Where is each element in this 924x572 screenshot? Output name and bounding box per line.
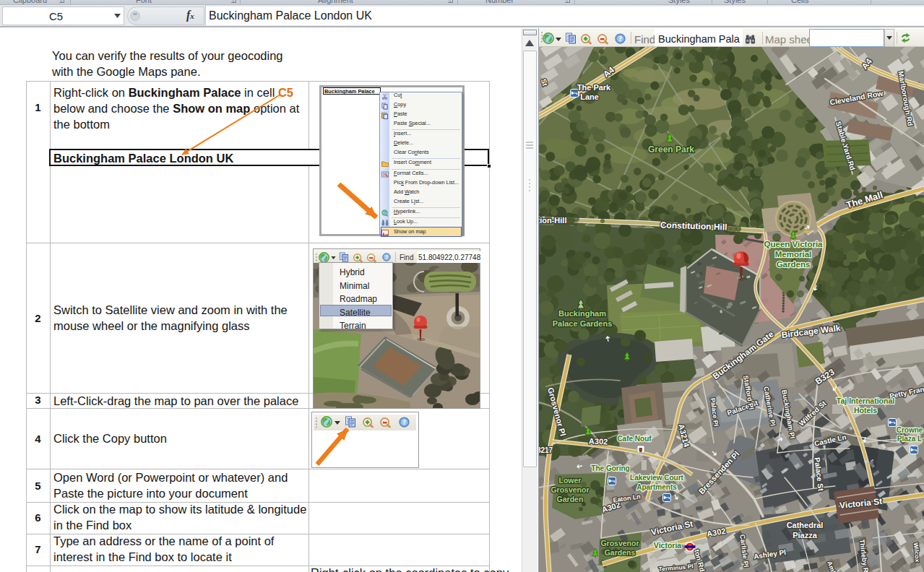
svg-text:Taj International: Taj International (837, 396, 894, 405)
svg-text:Hotels: Hotels (854, 406, 877, 415)
svg-text:Grosvenor: Grosvenor (550, 485, 589, 494)
svg-text:The Goring: The Goring (591, 464, 629, 472)
svg-text:Green Park: Green Park (648, 144, 694, 155)
svg-text:?: ? (385, 254, 388, 261)
svg-text:Cathedral: Cathedral (787, 521, 824, 529)
svg-text:Crowne: Crowne (897, 426, 923, 434)
svg-text:Palace Gardens: Palace Gardens (553, 319, 613, 328)
svg-text:Apartments: Apartments (636, 483, 677, 491)
svg-text:Piazza: Piazza (793, 531, 818, 540)
svg-text:Memorial: Memorial (775, 250, 812, 259)
svg-text:Plaza L: Plaza L (897, 435, 922, 443)
svg-text:Grosvenor: Grosvenor (600, 539, 639, 547)
svg-text:Lower: Lower (559, 476, 582, 485)
svg-text:The Park: The Park (577, 83, 611, 92)
svg-text:3217: 3217 (539, 446, 553, 454)
svg-text:Garden: Garden (557, 495, 584, 503)
svg-text:A302: A302 (589, 437, 608, 446)
svg-text:Cafe Nouf: Cafe Nouf (617, 435, 652, 443)
svg-text:Buckingham: Buckingham (558, 309, 606, 318)
svg-text:Gardens: Gardens (777, 260, 811, 269)
svg-text:Victoria: Victoria (654, 541, 681, 550)
svg-text:?: ? (618, 35, 622, 43)
svg-text:Queen Victoria: Queen Victoria (764, 240, 824, 248)
svg-text:Gardens: Gardens (605, 548, 636, 557)
svg-text:?: ? (402, 418, 406, 426)
svg-text:Lane: Lane (580, 92, 599, 101)
svg-text:tion-Hill: tion-Hill (539, 216, 566, 225)
svg-text:Lakeview Court: Lakeview Court (630, 474, 684, 482)
